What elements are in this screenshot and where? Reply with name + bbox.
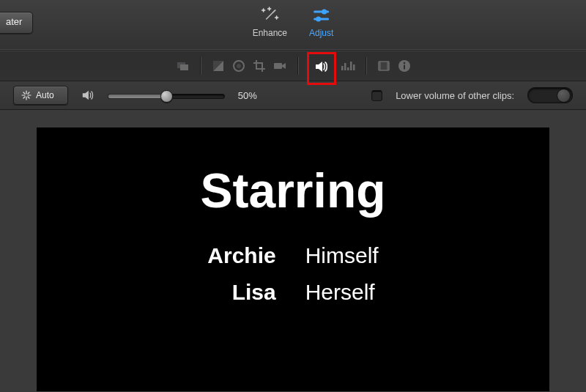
enhance-button[interactable]: Enhance <box>253 6 287 38</box>
title-text: Starring <box>200 163 385 218</box>
top-toolbar: ater Enhance <box>0 0 586 51</box>
volume-icon[interactable] <box>311 56 332 77</box>
wand-icon <box>260 6 279 25</box>
film-icon[interactable] <box>374 56 394 76</box>
svg-rect-25 <box>353 64 355 70</box>
color-wheel-icon[interactable] <box>229 56 249 76</box>
camera-icon[interactable] <box>270 56 290 76</box>
svg-rect-29 <box>387 62 389 70</box>
credit-name: Lisa <box>207 280 275 305</box>
lower-volume-checkbox[interactable] <box>371 90 382 101</box>
svg-point-10 <box>322 10 327 15</box>
adjustment-toolstrip <box>0 51 586 81</box>
svg-rect-13 <box>180 64 188 70</box>
volume-adjust-bar: Auto 50% Lower volume of other clips: <box>0 81 586 110</box>
credit-role: Himself <box>305 243 379 268</box>
volume-slider[interactable] <box>108 89 225 101</box>
separator <box>200 57 201 75</box>
svg-line-38 <box>28 97 29 98</box>
auto-button[interactable]: Auto <box>13 86 68 105</box>
svg-rect-21 <box>341 66 344 70</box>
svg-marker-19 <box>282 63 286 69</box>
volume-percent: 50% <box>238 90 257 101</box>
sparkle-icon <box>21 90 31 100</box>
lower-volume-toggle[interactable] <box>527 87 573 103</box>
auto-button-label: Auto <box>36 90 54 100</box>
theater-button-label: ater <box>6 16 22 27</box>
volume-icon <box>81 89 94 102</box>
svg-marker-20 <box>316 62 322 72</box>
credit-role: Herself <box>305 280 379 305</box>
preview-area: Starring Archie Himself Lisa Herself <box>0 110 586 391</box>
svg-point-11 <box>316 17 321 22</box>
theater-button[interactable]: ater <box>0 12 33 34</box>
credits-grid: Archie Himself Lisa Herself <box>207 243 378 305</box>
svg-rect-18 <box>274 63 282 69</box>
svg-rect-24 <box>350 62 352 70</box>
video-overlay-icon[interactable] <box>172 56 193 76</box>
adjust-label: Adjust <box>309 28 333 38</box>
svg-marker-41 <box>82 91 88 100</box>
sliders-icon <box>312 6 331 25</box>
svg-point-31 <box>403 62 405 64</box>
contrast-icon[interactable] <box>208 56 229 76</box>
svg-line-37 <box>23 92 25 94</box>
svg-rect-22 <box>344 63 346 70</box>
top-center-group: Enhance Adjust <box>253 6 334 38</box>
separator <box>297 57 298 75</box>
adjust-button[interactable]: Adjust <box>309 6 333 38</box>
separator <box>366 57 366 75</box>
svg-line-1 <box>272 10 275 12</box>
svg-line-40 <box>23 97 25 98</box>
equalizer-icon[interactable] <box>338 56 358 76</box>
svg-line-39 <box>28 92 29 94</box>
svg-point-17 <box>237 64 241 68</box>
svg-rect-23 <box>347 67 349 70</box>
crop-icon[interactable] <box>249 56 270 76</box>
lower-volume-label: Lower volume of other clips: <box>396 90 514 101</box>
enhance-label: Enhance <box>253 28 287 38</box>
svg-rect-28 <box>379 62 381 70</box>
svg-rect-32 <box>404 65 405 70</box>
selected-highlight <box>307 52 336 85</box>
info-icon[interactable] <box>394 56 415 76</box>
credit-name: Archie <box>207 243 275 268</box>
preview-canvas[interactable]: Starring Archie Himself Lisa Herself <box>37 127 549 391</box>
